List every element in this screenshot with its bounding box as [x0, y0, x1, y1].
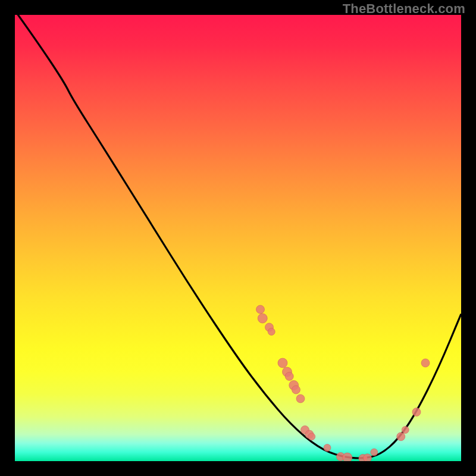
plot-area — [15, 15, 461, 461]
data-marker — [324, 444, 331, 452]
data-marker — [256, 305, 265, 314]
data-marker — [268, 328, 275, 336]
data-marker — [285, 372, 293, 381]
data-marker — [421, 359, 430, 367]
chart-svg — [15, 15, 461, 461]
data-marker — [402, 427, 409, 434]
data-marker — [296, 394, 305, 403]
data-marker — [397, 433, 405, 441]
data-marker — [412, 408, 421, 416]
data-marker — [364, 454, 372, 461]
data-marker — [308, 433, 315, 440]
data-marker — [343, 453, 352, 461]
data-marker — [371, 449, 378, 456]
chart-stage: TheBottleneck.com — [0, 0, 476, 476]
data-marker — [258, 314, 267, 323]
bottleneck-curve — [15, 15, 461, 458]
data-marker — [292, 386, 300, 394]
data-marker — [278, 358, 287, 368]
marker-group — [256, 305, 430, 461]
